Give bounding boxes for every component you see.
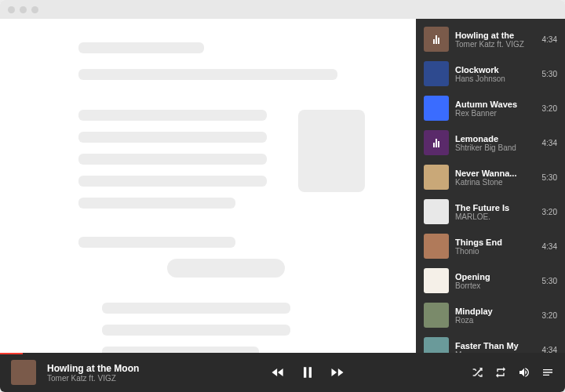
prev-icon[interactable]	[270, 365, 286, 380]
skeleton-line	[102, 303, 290, 314]
now-playing-meta: Howling at the Moon Tomer Katz ft. VIGZ	[47, 363, 204, 383]
track-duration: 5:30	[542, 173, 557, 182]
skeleton-line	[78, 198, 235, 209]
track-title: The Future Is	[455, 203, 536, 212]
player-bar: Howling at the Moon Tomer Katz ft. VIGZ	[0, 353, 565, 392]
track-title: Autumn Waves	[455, 100, 536, 109]
track-meta: Howling at theTomer Katz ft. VIGZ	[455, 31, 536, 49]
track-art	[424, 27, 449, 52]
track-duration: 5:30	[542, 277, 557, 285]
track-art	[424, 130, 449, 155]
queue-track[interactable]: MindplayRoza3:20	[416, 298, 565, 332]
track-title: Clockwork	[455, 65, 536, 74]
track-duration: 3:20	[542, 208, 557, 216]
track-art	[424, 303, 449, 328]
playback-controls	[270, 365, 345, 380]
track-art	[424, 268, 449, 293]
track-duration: 3:20	[542, 104, 557, 113]
track-title: Opening	[455, 272, 536, 281]
track-duration: 3:20	[542, 311, 557, 320]
track-title: Faster Than My	[455, 341, 536, 350]
track-artist: MARLOE.	[455, 212, 536, 221]
skeleton-line	[78, 110, 267, 121]
skeleton-line	[102, 347, 259, 353]
queue-track[interactable]: LemonadeShtriker Big Band4:34	[416, 125, 565, 160]
window-zoom-dot[interactable]	[31, 6, 38, 13]
volume-icon[interactable]	[518, 366, 530, 379]
track-artist: Shtriker Big Band	[455, 143, 536, 152]
track-title: Lemonade	[455, 134, 536, 143]
track-meta: LemonadeShtriker Big Band	[455, 134, 536, 152]
player-right-controls	[471, 366, 554, 379]
track-meta: OpeningBorrtex	[455, 272, 536, 290]
track-art	[424, 165, 449, 190]
track-meta: Things EndThonio	[455, 238, 536, 256]
queue-icon[interactable]	[541, 366, 554, 379]
track-art	[424, 61, 449, 86]
track-duration: 5:30	[542, 70, 557, 78]
skeleton-line	[78, 69, 337, 80]
repeat-icon[interactable]	[494, 366, 507, 379]
app-window: Howling at theTomer Katz ft. VIGZ4:34Clo…	[0, 0, 565, 392]
track-artist: Katrina Stone	[455, 178, 536, 187]
track-meta: MindplayRoza	[455, 307, 536, 325]
skeleton-line	[78, 132, 267, 143]
track-meta: ClockworkHans Johnson	[455, 65, 536, 83]
queue-track[interactable]: ClockworkHans Johnson5:30	[416, 56, 565, 91]
track-title: Never Wanna...	[455, 169, 536, 178]
track-duration: 4:34	[542, 346, 557, 354]
queue-track[interactable]: The Future IsMARLOE.3:20	[416, 194, 565, 229]
queue-track[interactable]: Howling at theTomer Katz ft. VIGZ4:34	[416, 22, 565, 56]
skeleton-pill	[167, 259, 285, 278]
window-titlebar	[0, 0, 565, 19]
track-artist: Roza	[455, 316, 536, 325]
track-duration: 4:34	[542, 242, 557, 251]
progress-bar[interactable]	[0, 353, 23, 354]
queue-track[interactable]: Never Wanna...Katrina Stone5:30	[416, 160, 565, 194]
main-body: Howling at theTomer Katz ft. VIGZ4:34Clo…	[0, 19, 565, 353]
track-title: Howling at the	[455, 31, 536, 40]
track-title: Things End	[455, 238, 536, 247]
skeleton-line	[78, 154, 267, 165]
window-close-dot[interactable]	[8, 6, 15, 13]
track-art	[424, 234, 449, 259]
track-art	[424, 337, 449, 353]
track-title: Mindplay	[455, 307, 536, 316]
content-area	[0, 19, 416, 353]
queue-track[interactable]: OpeningBorrtex5:30	[416, 263, 565, 298]
now-playing-art[interactable]	[11, 360, 36, 385]
track-art	[424, 96, 449, 121]
shuffle-icon[interactable]	[471, 366, 483, 379]
track-artist: Rex Banner	[455, 109, 536, 118]
next-icon[interactable]	[330, 365, 345, 380]
queue-panel[interactable]: Howling at theTomer Katz ft. VIGZ4:34Clo…	[416, 19, 565, 353]
track-art	[424, 199, 449, 224]
track-artist: Thonio	[455, 247, 536, 256]
equalizer-icon	[433, 138, 439, 147]
track-artist: Tomer Katz ft. VIGZ	[455, 40, 536, 49]
queue-track[interactable]: Things EndThonio4:34	[416, 229, 565, 263]
skeleton-line	[102, 325, 290, 336]
track-artist: Hans Johnson	[455, 74, 536, 83]
queue-track[interactable]: Faster Than MyMoon4:34	[416, 332, 565, 353]
skeleton-line	[78, 42, 204, 53]
skeleton-line	[78, 237, 235, 248]
track-meta: Faster Than MyMoon	[455, 341, 536, 354]
equalizer-icon	[433, 34, 439, 44]
track-artist: Borrtex	[455, 281, 536, 290]
track-meta: The Future IsMARLOE.	[455, 203, 536, 221]
track-meta: Never Wanna...Katrina Stone	[455, 169, 536, 187]
skeleton-card	[298, 110, 365, 192]
pause-icon[interactable]	[300, 365, 315, 380]
skeleton-line	[78, 176, 267, 187]
now-playing-title: Howling at the Moon	[47, 363, 204, 374]
skeleton-group	[102, 303, 361, 353]
queue-track[interactable]: Autumn WavesRex Banner3:20	[416, 91, 565, 125]
now-playing-artist: Tomer Katz ft. VIGZ	[47, 374, 204, 383]
track-duration: 4:34	[542, 35, 557, 44]
track-meta: Autumn WavesRex Banner	[455, 100, 536, 118]
track-duration: 4:34	[542, 139, 557, 147]
window-minimize-dot[interactable]	[20, 6, 27, 13]
